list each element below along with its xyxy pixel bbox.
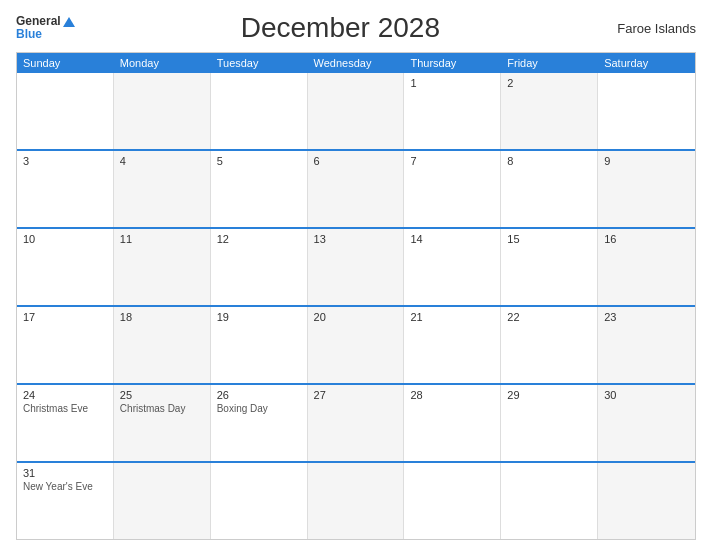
cell-dec15: 15 [501,229,598,305]
cell-dec3: 3 [17,151,114,227]
cell-dec23: 23 [598,307,695,383]
logo-blue: Blue [16,28,75,41]
cell-dec11: 11 [114,229,211,305]
cell-empty-fri [501,463,598,539]
cell-dec6: 6 [308,151,405,227]
week-row-2: 3 4 5 6 7 8 9 [17,149,695,227]
cell-dec31: 31 New Year's Eve [17,463,114,539]
cell-dec28: 28 [404,385,501,461]
col-thursday: Thursday [404,53,501,73]
cell-dec27: 27 [308,385,405,461]
cell-dec19: 19 [211,307,308,383]
header: General Blue December 2028 Faroe Islands [16,12,696,44]
cell-dec22: 22 [501,307,598,383]
week-row-6: 31 New Year's Eve [17,461,695,539]
cell-dec4: 4 [114,151,211,227]
cell-dec1: 1 [404,73,501,149]
col-tuesday: Tuesday [211,53,308,73]
cell-empty-mon [114,463,211,539]
week-row-1: 1 2 [17,73,695,149]
logo: General Blue [16,15,75,41]
cell-dec18: 18 [114,307,211,383]
col-sunday: Sunday [17,53,114,73]
cell-empty [211,73,308,149]
cell-dec29: 29 [501,385,598,461]
cell-empty [114,73,211,149]
cell-dec7: 7 [404,151,501,227]
page: General Blue December 2028 Faroe Islands… [0,0,712,550]
cell-dec12: 12 [211,229,308,305]
cell-empty [308,73,405,149]
cell-empty-thu [404,463,501,539]
cell-empty-tue [211,463,308,539]
cell-empty-sat [598,463,695,539]
cell-empty [598,73,695,149]
week-row-3: 10 11 12 13 14 15 16 [17,227,695,305]
col-saturday: Saturday [598,53,695,73]
col-wednesday: Wednesday [308,53,405,73]
logo-triangle-icon [63,17,75,27]
cell-dec17: 17 [17,307,114,383]
calendar-header: Sunday Monday Tuesday Wednesday Thursday… [17,53,695,73]
cell-dec8: 8 [501,151,598,227]
cell-dec2: 2 [501,73,598,149]
cell-dec13: 13 [308,229,405,305]
cell-dec10: 10 [17,229,114,305]
cell-dec25: 25 Christmas Day [114,385,211,461]
week-row-5: 24 Christmas Eve 25 Christmas Day 26 Box… [17,383,695,461]
week-row-4: 17 18 19 20 21 22 23 [17,305,695,383]
cell-dec9: 9 [598,151,695,227]
cell-dec26: 26 Boxing Day [211,385,308,461]
col-friday: Friday [501,53,598,73]
calendar-body: 1 2 3 4 5 6 [17,73,695,539]
calendar-title: December 2028 [75,12,606,44]
cell-empty [17,73,114,149]
calendar: Sunday Monday Tuesday Wednesday Thursday… [16,52,696,540]
cell-dec5: 5 [211,151,308,227]
region-label: Faroe Islands [606,21,696,36]
cell-dec14: 14 [404,229,501,305]
cell-dec30: 30 [598,385,695,461]
col-monday: Monday [114,53,211,73]
cell-dec20: 20 [308,307,405,383]
cell-dec21: 21 [404,307,501,383]
cell-empty-wed [308,463,405,539]
cell-dec16: 16 [598,229,695,305]
cell-dec24: 24 Christmas Eve [17,385,114,461]
